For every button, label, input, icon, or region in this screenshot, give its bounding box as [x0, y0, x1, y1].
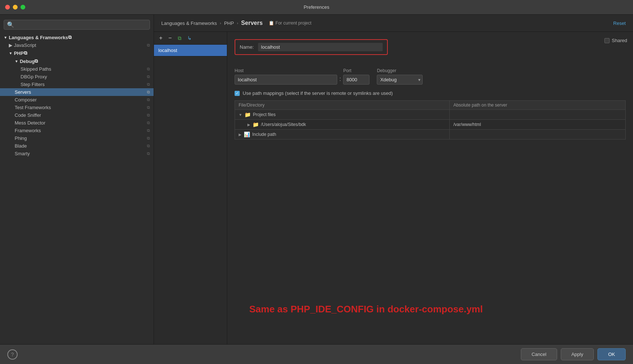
sidebar-item-dbgp-proxy[interactable]: DBGp Proxy ⧉ — [0, 73, 154, 81]
window-title: Preferences — [303, 4, 329, 10]
sidebar-item-label: DBGp Proxy — [21, 74, 47, 79]
server-list-panel: + − ⧉ ↳ localhost — [154, 32, 227, 344]
title-bar: Preferences — [0, 0, 633, 15]
folder-icon: 📁 — [244, 112, 251, 118]
copy-icon: ⧉ — [147, 151, 150, 156]
tree-cell: ▶ 📁 /Users/alojua/Sites/bdk — [239, 122, 446, 127]
server-area: + − ⧉ ↳ localhost Shared — [154, 32, 633, 344]
sidebar-item-label: PHP — [14, 51, 24, 56]
table-row[interactable]: ▼ 📁 Project files — [235, 110, 626, 120]
sidebar-item-step-filters[interactable]: Step Filters ⧉ — [0, 81, 154, 88]
copy-server-button[interactable]: ⧉ — [176, 34, 183, 42]
name-section: Name: — [235, 39, 626, 62]
server-list-item[interactable]: localhost — [154, 45, 227, 56]
expand-arrow: ▼ — [15, 59, 18, 63]
sidebar-item-debug[interactable]: ▼ Debug ⧉ — [0, 57, 154, 65]
content-header: Languages & Frameworks › PHP › Servers 📋… — [154, 15, 633, 32]
name-row: Name: — [235, 39, 388, 55]
host-input[interactable] — [235, 75, 337, 85]
breadcrumb-part1: Languages & Frameworks — [161, 21, 217, 26]
table-row[interactable]: ▶ 📊 Include path — [235, 130, 626, 140]
copy-icon: ⧉ — [147, 120, 150, 125]
server-detail-panel: Shared Name: Host : — [227, 32, 633, 344]
copy-icon: ⧉ — [147, 82, 150, 87]
apply-button[interactable]: Apply — [561, 348, 594, 360]
sidebar-item-languages-frameworks[interactable]: ▼ Languages & Frameworks ⧉ — [0, 33, 154, 41]
host-port-row: Host : Port Debugger Xdebug Zend Deb — [235, 68, 626, 85]
server-name: localhost — [158, 48, 177, 53]
expand-arrow: ▼ — [9, 51, 12, 55]
breadcrumb-part2: PHP — [224, 21, 234, 26]
sidebar: 🔍 ▼ Languages & Frameworks ⧉ ▶ JavaScrip… — [0, 15, 154, 344]
sidebar-item-code-sniffer[interactable]: Code Sniffer ⧉ — [0, 111, 154, 119]
cancel-button[interactable]: Cancel — [521, 348, 557, 360]
sidebar-item-label: Smarty — [15, 151, 30, 156]
sidebar-item-label: Languages & Frameworks — [9, 35, 68, 40]
debugger-label: Debugger — [377, 68, 423, 73]
sidebar-item-phing[interactable]: Phing ⧉ — [0, 134, 154, 142]
col-header-absolute-path: Absolute path on the server — [449, 101, 625, 110]
sidebar-item-skipped-paths[interactable]: Skipped Paths ⧉ — [0, 65, 154, 73]
debugger-select[interactable]: Xdebug Zend Debugger — [377, 75, 423, 85]
tree-cell-project-files: ▼ 📁 Project files — [235, 110, 450, 120]
sidebar-item-javascript[interactable]: ▶ JavaScript ⧉ — [0, 41, 154, 49]
copy-icon: ⧉ — [147, 74, 150, 79]
copy-icon: ⧉ — [147, 97, 150, 102]
copy-icon: ⧉ — [147, 128, 150, 133]
project-files-path — [449, 110, 625, 120]
bdk-absolute-path: /var/www/html — [449, 120, 625, 130]
search-input[interactable] — [16, 22, 147, 27]
copy-icon: ⧉ — [147, 113, 150, 118]
search-input-wrap[interactable]: 🔍 — [4, 20, 150, 30]
project-files-label: Project files — [253, 112, 276, 117]
copy-icon: ⧉ — [147, 43, 150, 48]
host-label: Host — [235, 68, 337, 73]
sidebar-item-test-frameworks[interactable]: Test Frameworks ⧉ — [0, 104, 154, 111]
export-server-button[interactable]: ↳ — [186, 34, 193, 42]
sidebar-item-label: Test Frameworks — [15, 105, 51, 110]
path-mapping-checkbox[interactable]: ✓ — [235, 91, 240, 96]
sidebar-item-label: Frameworks — [15, 128, 41, 133]
include-path-label: Include path — [252, 132, 276, 137]
sidebar-item-php[interactable]: ▼ PHP ⧉ — [0, 49, 154, 57]
add-server-button[interactable]: + — [158, 34, 164, 42]
port-field-group: Port — [343, 68, 369, 85]
expand-arrow: ▶ — [9, 42, 12, 48]
maximize-button[interactable] — [21, 5, 25, 10]
copy-icon: ⧉ — [147, 67, 150, 71]
sidebar-item-label: JavaScript — [14, 42, 36, 48]
sidebar-item-frameworks[interactable]: Frameworks ⧉ — [0, 127, 154, 134]
sidebar-item-smarty[interactable]: Smarty ⧉ — [0, 150, 154, 157]
expand-arrow: ▼ — [4, 36, 7, 40]
content-panel: Languages & Frameworks › PHP › Servers 📋… — [154, 15, 633, 344]
sidebar-item-label: Debug — [20, 59, 34, 64]
sidebar-item-composer[interactable]: Composer ⧉ — [0, 96, 154, 104]
sidebar-item-blade[interactable]: Blade ⧉ — [0, 142, 154, 150]
breadcrumb-arrow1: › — [220, 21, 221, 25]
sidebar-item-label: Step Filters — [21, 82, 45, 87]
close-button[interactable] — [5, 5, 10, 10]
bdk-path-label: /Users/alojua/Sites/bdk — [261, 122, 306, 127]
ok-button[interactable]: OK — [597, 348, 626, 360]
table-row[interactable]: ▶ 📁 /Users/alojua/Sites/bdk /var/www/htm… — [235, 120, 626, 130]
port-label: Port — [343, 68, 369, 73]
sidebar-item-label: Phing — [15, 135, 27, 141]
breadcrumb-part3: Servers — [241, 20, 263, 26]
shared-checkbox[interactable] — [604, 38, 610, 43]
sidebar-item-label: Composer — [15, 97, 37, 103]
remove-server-button[interactable]: − — [167, 34, 173, 42]
minimize-button[interactable] — [13, 5, 18, 10]
sidebar-item-label: Code Sniffer — [15, 112, 41, 118]
name-input[interactable] — [258, 43, 383, 51]
reset-button[interactable]: Reset — [613, 21, 626, 26]
sidebar-item-label: Servers — [15, 89, 31, 95]
sidebar-item-servers[interactable]: Servers ⧉ — [0, 88, 154, 96]
copy-icon: ⧉ — [34, 58, 38, 64]
help-button[interactable]: ? — [7, 349, 18, 360]
copy-icon: ⧉ — [68, 34, 71, 40]
expand-arrow: ▼ — [239, 113, 242, 117]
sidebar-item-mess-detector[interactable]: Mess Detector ⧉ — [0, 119, 154, 127]
tree-cell: ▶ 📊 Include path — [239, 131, 446, 137]
colon: : — [337, 76, 343, 85]
port-input[interactable] — [343, 75, 369, 85]
